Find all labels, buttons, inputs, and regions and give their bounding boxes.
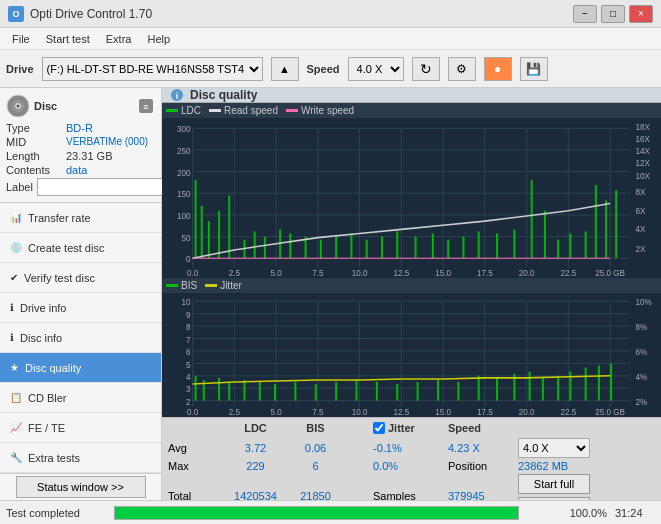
svg-text:22.5: 22.5 <box>560 269 576 278</box>
svg-text:12.5: 12.5 <box>393 408 409 417</box>
transfer-rate-icon: 📊 <box>10 212 22 223</box>
sidebar: Disc ≡ Type BD-R MID VERBATIMe (000) Len… <box>0 88 162 500</box>
speed-select[interactable]: 4.0 X <box>348 57 404 81</box>
samples-label: Samples <box>373 490 448 500</box>
avg-bis-val: 0.06 <box>288 442 343 454</box>
svg-rect-138 <box>228 382 230 401</box>
nav-extra-tests-label: Extra tests <box>28 452 80 464</box>
nav-cd-bler-label: CD Bler <box>28 392 67 404</box>
status-window-button[interactable]: Status window >> <box>16 476 146 498</box>
top-chart-container: LDC Read speed Write speed <box>162 103 661 278</box>
svg-rect-77 <box>462 237 464 259</box>
svg-text:14X: 14X <box>636 147 651 156</box>
svg-rect-146 <box>376 382 378 401</box>
disc-info-icon: ℹ <box>10 332 14 343</box>
length-key: Length <box>6 150 66 162</box>
write-speed-legend-item: Write speed <box>286 105 354 116</box>
svg-rect-160 <box>610 363 612 400</box>
svg-text:6X: 6X <box>636 207 646 216</box>
create-test-disc-icon: 💿 <box>10 242 22 253</box>
svg-rect-81 <box>531 180 533 258</box>
svg-rect-68 <box>320 240 322 259</box>
svg-text:16X: 16X <box>636 135 651 144</box>
max-label: Max <box>168 460 223 472</box>
svg-text:250: 250 <box>177 147 191 156</box>
nav-verify-test-disc[interactable]: ✔ Verify test disc <box>0 263 161 293</box>
bottom-legend: BIS Jitter <box>162 278 661 293</box>
disc-quality-icon: ★ <box>10 362 19 373</box>
header-empty <box>168 422 223 434</box>
svg-rect-140 <box>259 382 261 401</box>
nav-verify-test-disc-label: Verify test disc <box>24 272 95 284</box>
bis-legend-label: BIS <box>181 280 197 291</box>
menu-help[interactable]: Help <box>139 31 178 47</box>
menu-file[interactable]: File <box>4 31 38 47</box>
max-ldc-val: 229 <box>223 460 288 472</box>
nav-drive-info[interactable]: ℹ Drive info <box>0 293 161 323</box>
samples-val: 379945 <box>448 490 518 500</box>
svg-text:4%: 4% <box>636 373 648 382</box>
svg-rect-82 <box>544 211 546 258</box>
minimize-button[interactable]: − <box>573 5 597 23</box>
start-part-button[interactable]: Start part <box>518 497 590 500</box>
drive-select[interactable]: (F:) HL-DT-ST BD-RE WH16NS58 TST4 <box>42 57 263 81</box>
svg-rect-60 <box>218 211 220 258</box>
svg-text:10: 10 <box>181 298 190 307</box>
nav-disc-quality[interactable]: ★ Disc quality <box>0 353 161 383</box>
type-key: Type <box>6 122 66 134</box>
svg-text:15.0: 15.0 <box>435 408 451 417</box>
svg-rect-76 <box>447 240 449 259</box>
menu-start-test[interactable]: Start test <box>38 31 98 47</box>
disc-settings-icon[interactable]: ≡ <box>137 97 155 115</box>
bottom-chart-container: BIS Jitter <box>162 278 661 417</box>
nav-fe-te[interactable]: 📈 FE / TE <box>0 413 161 443</box>
progress-fill <box>115 507 518 519</box>
nav-extra-tests[interactable]: 🔧 Extra tests <box>0 443 161 473</box>
svg-rect-152 <box>496 378 498 401</box>
eject-button[interactable]: ▲ <box>271 57 299 81</box>
disc-panel: Disc ≡ Type BD-R MID VERBATIMe (000) Len… <box>0 88 161 203</box>
svg-rect-144 <box>335 382 337 401</box>
bis-legend-item: BIS <box>166 280 197 291</box>
svg-rect-149 <box>437 380 439 401</box>
svg-rect-137 <box>218 378 220 401</box>
svg-rect-147 <box>396 384 398 401</box>
header-ldc: LDC <box>223 422 288 434</box>
svg-text:150: 150 <box>177 190 191 199</box>
jitter-checkbox[interactable] <box>373 422 385 434</box>
svg-text:10.0: 10.0 <box>352 269 368 278</box>
maximize-button[interactable]: □ <box>601 5 625 23</box>
total-ldc-val: 1420534 <box>223 490 288 500</box>
titlebar: O Opti Drive Control 1.70 − □ × <box>0 0 661 28</box>
menu-extra[interactable]: Extra <box>98 31 140 47</box>
svg-text:7.5: 7.5 <box>312 408 324 417</box>
max-position-val: 23862 MB <box>518 460 598 472</box>
speed-dropdown[interactable]: 4.0 X <box>518 438 590 458</box>
info-button[interactable]: ● <box>484 57 512 81</box>
svg-rect-154 <box>529 372 531 401</box>
header-empty3 <box>518 422 598 434</box>
jitter-legend-item: Jitter <box>205 280 242 291</box>
svg-rect-70 <box>350 234 352 259</box>
save-button[interactable]: 💾 <box>520 57 548 81</box>
settings-button[interactable]: ⚙ <box>448 57 476 81</box>
mid-key: MID <box>6 136 66 148</box>
ldc-legend-color <box>166 109 178 112</box>
svg-rect-150 <box>457 382 459 401</box>
titlebar-left: O Opti Drive Control 1.70 <box>8 6 152 22</box>
nav-create-test-disc[interactable]: 💿 Create test disc <box>0 233 161 263</box>
drive-label: Drive <box>6 63 34 75</box>
svg-rect-57 <box>195 180 197 258</box>
start-full-button[interactable]: Start full <box>518 474 590 494</box>
refresh-button[interactable]: ↻ <box>412 57 440 81</box>
svg-text:50: 50 <box>181 234 190 243</box>
svg-text:15.0: 15.0 <box>435 269 451 278</box>
nav-disc-info[interactable]: ℹ Disc info <box>0 323 161 353</box>
label-input[interactable] <box>37 178 166 196</box>
read-speed-legend-item: Read speed <box>209 105 278 116</box>
nav-transfer-rate[interactable]: 📊 Transfer rate <box>0 203 161 233</box>
jitter-checkbox-container[interactable]: Jitter <box>373 422 448 434</box>
nav-cd-bler[interactable]: 📋 CD Bler <box>0 383 161 413</box>
close-button[interactable]: × <box>629 5 653 23</box>
window-controls[interactable]: − □ × <box>573 5 653 23</box>
